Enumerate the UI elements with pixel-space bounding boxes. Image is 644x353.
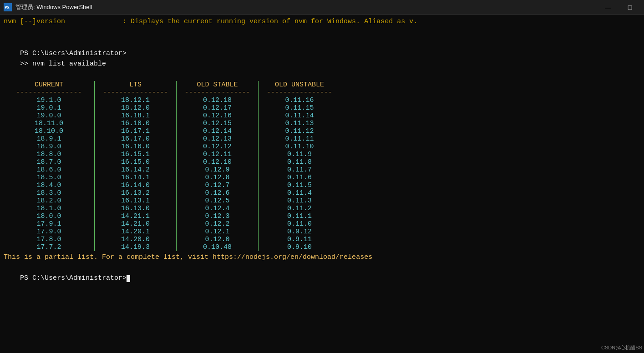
cell-old-unstable-17: 0.9.12 <box>259 228 340 236</box>
divider3: ---------------- <box>177 89 259 96</box>
table-row: 18.11.0 16.18.0 0.12.15 0.11.13 <box>4 120 640 127</box>
cell-lts-15: 14.21.1 <box>95 212 177 220</box>
cell-current-3: 18.11.0 <box>4 120 95 127</box>
table-row: 19.0.1 18.12.0 0.12.17 0.11.15 <box>4 104 640 112</box>
table-row: 19.0.0 16.18.1 0.12.16 0.11.14 <box>4 112 640 120</box>
cell-old-stable-6: 0.12.12 <box>177 143 259 151</box>
cell-old-unstable-2: 0.11.14 <box>259 112 340 120</box>
cell-lts-6: 16.16.0 <box>95 143 177 151</box>
cell-lts-1: 18.12.0 <box>95 104 177 112</box>
cell-lts-13: 16.13.1 <box>95 197 177 205</box>
cell-lts-0: 18.12.1 <box>95 96 177 104</box>
cell-old-stable-1: 0.12.17 <box>177 104 259 112</box>
cell-current-9: 18.6.0 <box>4 166 95 174</box>
window-controls[interactable]: — □ <box>598 1 640 14</box>
powershell-icon: PS <box>4 3 12 11</box>
cell-old-unstable-4: 0.11.12 <box>259 127 340 135</box>
cell-old-stable-8: 0.12.10 <box>177 158 259 166</box>
cell-lts-17: 14.20.1 <box>95 228 177 236</box>
cell-old-unstable-18: 0.9.11 <box>259 236 340 243</box>
cell-lts-16: 14.21.0 <box>95 220 177 228</box>
cell-current-11: 18.4.0 <box>4 182 95 189</box>
table-row: 17.8.0 14.20.0 0.12.0 0.9.11 <box>4 236 640 243</box>
cell-lts-3: 16.18.0 <box>95 120 177 127</box>
divider1: ---------------- <box>4 89 95 96</box>
cell-old-unstable-10: 0.11.6 <box>259 174 340 182</box>
prompt-command-line: PS C:\Users\Administrator> >> nvm list a… <box>4 38 640 80</box>
cell-old-stable-19: 0.10.48 <box>177 243 259 251</box>
table-row: 17.9.0 14.20.1 0.12.1 0.9.12 <box>4 228 640 236</box>
table-row: 18.9.0 16.16.0 0.12.12 0.11.10 <box>4 143 640 151</box>
divider4: ---------------- <box>259 89 340 96</box>
header-old-stable: OLD STABLE <box>177 81 259 89</box>
table-divider-row: ---------------- ---------------- ------… <box>4 89 640 96</box>
table-row: 18.9.1 16.17.0 0.12.13 0.11.11 <box>4 135 640 143</box>
table-header-row: CURRENT LTS OLD STABLE OLD UNSTABLE <box>4 81 640 89</box>
cell-lts-14: 16.13.0 <box>95 205 177 212</box>
cell-old-stable-13: 0.12.5 <box>177 197 259 205</box>
cell-current-1: 19.0.1 <box>4 104 95 112</box>
header-old-unstable: OLD UNSTABLE <box>259 81 340 89</box>
cell-old-stable-3: 0.12.15 <box>177 120 259 127</box>
cell-lts-18: 14.20.0 <box>95 236 177 243</box>
cell-old-unstable-13: 0.11.3 <box>259 197 340 205</box>
cell-old-unstable-6: 0.11.10 <box>259 143 340 151</box>
cell-current-8: 18.7.0 <box>4 158 95 166</box>
cell-old-unstable-5: 0.11.11 <box>259 135 340 143</box>
nvm-table: CURRENT LTS OLD STABLE OLD UNSTABLE ----… <box>4 81 640 251</box>
table-row: 18.10.0 16.17.1 0.12.14 0.11.12 <box>4 127 640 135</box>
svg-text:PS: PS <box>5 5 10 10</box>
header-lts: LTS <box>95 81 177 89</box>
cell-lts-12: 16.13.2 <box>95 189 177 197</box>
cell-lts-4: 16.17.1 <box>95 127 177 135</box>
minimize-button[interactable]: — <box>598 1 619 14</box>
cell-old-stable-2: 0.12.16 <box>177 112 259 120</box>
prompt1: PS C:\Users\Administrator> <box>20 50 127 57</box>
cell-current-10: 18.5.0 <box>4 174 95 182</box>
cell-old-stable-17: 0.12.1 <box>177 228 259 236</box>
cell-current-15: 18.0.0 <box>4 212 95 220</box>
cell-lts-19: 14.19.3 <box>95 243 177 251</box>
table-row: 18.3.0 16.13.2 0.12.6 0.11.4 <box>4 189 640 197</box>
table-row: 18.0.0 14.21.1 0.12.3 0.11.1 <box>4 212 640 220</box>
cell-old-stable-4: 0.12.14 <box>177 127 259 135</box>
cell-old-stable-0: 0.12.18 <box>177 96 259 104</box>
cell-current-4: 18.10.0 <box>4 127 95 135</box>
cell-old-unstable-15: 0.11.1 <box>259 212 340 220</box>
table-row: 18.7.0 16.15.0 0.12.10 0.11.8 <box>4 158 640 166</box>
cell-current-13: 18.2.0 <box>4 197 95 205</box>
cell-current-0: 19.1.0 <box>4 96 95 104</box>
cell-old-unstable-19: 0.9.10 <box>259 243 340 251</box>
cell-current-5: 18.9.1 <box>4 135 95 143</box>
cell-current-14: 18.1.0 <box>4 205 95 212</box>
cell-old-unstable-8: 0.11.8 <box>259 158 340 166</box>
cell-old-stable-11: 0.12.7 <box>177 182 259 189</box>
cell-old-unstable-11: 0.11.5 <box>259 182 340 189</box>
cell-current-17: 17.9.0 <box>4 228 95 236</box>
table-row: 18.1.0 16.13.0 0.12.4 0.11.2 <box>4 205 640 212</box>
cell-lts-11: 16.14.0 <box>95 182 177 189</box>
table-row: 17.9.1 14.21.0 0.12.2 0.11.0 <box>4 220 640 228</box>
title-bar: PS 管理员: Windows PowerShell — □ <box>0 0 644 15</box>
maximize-button[interactable]: □ <box>619 1 640 14</box>
cell-old-stable-12: 0.12.6 <box>177 189 259 197</box>
cell-lts-10: 16.14.1 <box>95 174 177 182</box>
cell-current-6: 18.9.0 <box>4 143 95 151</box>
cell-old-unstable-16: 0.11.0 <box>259 220 340 228</box>
cell-old-stable-5: 0.12.13 <box>177 135 259 143</box>
cell-old-unstable-7: 0.11.9 <box>259 151 340 158</box>
cell-old-unstable-0: 0.11.16 <box>259 96 340 104</box>
cell-lts-9: 16.14.2 <box>95 166 177 174</box>
table-row: 18.8.0 16.15.1 0.12.11 0.11.9 <box>4 151 640 158</box>
final-prompt-line: PS C:\Users\Administrator> <box>4 262 640 294</box>
cell-old-unstable-12: 0.11.4 <box>259 189 340 197</box>
cursor <box>127 275 130 282</box>
cell-old-stable-15: 0.12.3 <box>177 212 259 220</box>
watermark: CSDN@心机醋SS <box>601 344 642 351</box>
cell-current-16: 17.9.1 <box>4 220 95 228</box>
partial-list-line: This is a partial list. For a complete l… <box>4 252 640 262</box>
cell-lts-8: 16.15.0 <box>95 158 177 166</box>
cell-current-7: 18.8.0 <box>4 151 95 158</box>
nvm-version-line: nvm [--]version : Displays the current r… <box>4 16 640 27</box>
cell-old-unstable-1: 0.11.15 <box>259 104 340 112</box>
